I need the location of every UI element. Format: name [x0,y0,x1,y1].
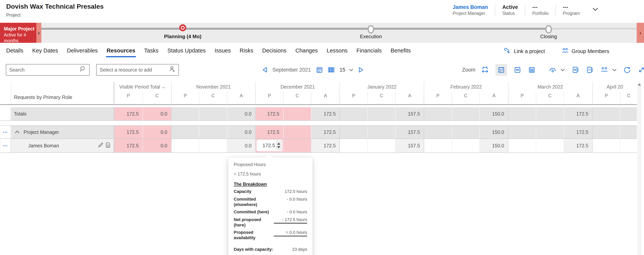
grid-cell[interactable] [199,139,227,152]
ellipsis-icon[interactable]: ⋯ [3,130,8,134]
prev-period-icon[interactable] [262,67,267,73]
add-page-icon[interactable] [572,66,579,74]
search-input[interactable]: Search [6,64,90,76]
column-bars-icon[interactable] [328,67,334,73]
grid-cell[interactable] [508,139,536,152]
stage-prev-chevron-icon[interactable]: ‹ [36,23,41,43]
grid-cell[interactable] [452,139,480,152]
period-label: September 2021 [272,67,311,73]
grid-cell [283,107,311,120]
grid-group-header: February 2022 [424,82,508,92]
stage-badge-subtitle: Active for 4 months [4,32,36,44]
ellipsis-icon[interactable]: ⋯ [3,144,8,148]
notes-icon[interactable] [106,142,110,149]
stage-next-chevron-icon[interactable]: › [637,23,644,43]
tab-deliverables[interactable]: Deliverables [67,47,98,57]
tab-financials[interactable]: Financials [356,47,382,57]
grid-subheader-c: C [142,92,171,103]
tab-tasks[interactable]: Tasks [144,47,158,57]
next-period-icon[interactable] [358,67,364,73]
meta-value[interactable]: James Boman [452,4,488,10]
tooltip-title: Proposed Hours [234,162,307,167]
grid-subheader-p: P [508,92,536,103]
tab-status-updates[interactable]: Status Updates [167,47,206,57]
grid-cell: 0.0 [142,107,171,120]
grid-cell[interactable] [340,139,368,152]
grid-first-column-header: Requests by Primary Role [11,82,114,103]
grid-cell[interactable] [424,139,452,152]
grid-cell[interactable] [620,139,637,152]
spinner-down-icon[interactable] [277,146,280,148]
hours-spinner[interactable] [276,140,282,150]
tab-details[interactable]: Details [6,47,23,57]
page-subtitle: Project [6,12,21,18]
row-handle [0,107,11,120]
grid-cell[interactable]: 0.0 [142,139,171,152]
tooltip-footer-value: 23 days [274,247,307,253]
tab-decisions[interactable]: Decisions [262,47,287,57]
stage-marker-planning[interactable] [179,24,186,31]
grid-subheader-c: C [368,92,395,103]
grid-cell[interactable]: 172.5 [255,139,283,152]
remove-page-icon[interactable] [586,66,594,74]
people-icon [561,47,569,55]
refresh-icon[interactable] [623,66,631,74]
stage-marker-dot [182,27,184,29]
tab-benefits[interactable]: Benefits [390,47,411,57]
tab-lessons[interactable]: Lessons [327,47,348,57]
tooltip-breakdown-title: The Breakdown [234,182,307,187]
tab-changes[interactable]: Changes [295,47,318,57]
meta-item-project-manager: James BomanProject Manager [452,4,495,16]
header-chevron-down-icon[interactable] [592,6,598,14]
grid-cell [536,107,564,120]
grid-cell[interactable]: 172.5 [114,139,142,152]
tooltip-row-label: Proposed availability [234,230,274,241]
stage-line-remaining [548,28,637,30]
stage-marker-closing[interactable] [545,25,552,33]
action-link-a-project[interactable]: Link a project [504,47,545,55]
period-count-chevron-icon[interactable] [349,67,354,72]
grid-cell[interactable] [536,139,564,152]
collapse-chevron-icon[interactable] [15,129,20,135]
app-window: Dovish Wax Technical Presales Project Ja… [0,0,644,255]
grid-cell[interactable] [171,139,199,152]
stage-marker-execution[interactable] [368,25,374,33]
day-view-icon[interactable] [528,66,536,74]
calendar-icon[interactable] [316,66,323,73]
group-by-icon[interactable] [600,66,609,74]
vertical-scrollbar[interactable] [638,82,641,255]
hours-input[interactable]: 172.5 [256,140,282,151]
zoom-fit-icon[interactable] [481,66,489,74]
grid-cell [592,107,620,120]
meta-item-status: ActiveStatus [495,4,525,16]
tab-resources[interactable]: Resources [107,47,135,57]
group-by-chevron-icon[interactable] [612,67,617,72]
stage-badge-title: Major Project [4,25,36,32]
period-navigation: September 2021 15 [262,64,364,76]
expand-view-icon[interactable] [638,66,644,74]
month-view-icon[interactable] [496,64,507,76]
edit-pencil-icon[interactable] [98,142,104,149]
grid-cell[interactable] [592,139,620,152]
grid-cell: 0.0 [227,126,255,139]
grid-cell [452,126,480,139]
spinner-up-icon[interactable] [277,143,280,145]
grid-cell[interactable] [283,139,311,152]
action-group-members[interactable]: Group Members [561,47,609,55]
tab-risks[interactable]: Risks [240,47,254,57]
grid-subheader-c: C [199,92,227,103]
tooltip-footer-label: Days with capacity: [234,247,273,252]
week-view-icon[interactable] [514,66,521,74]
grid-subheader-p: P [255,92,283,103]
tab-issues[interactable]: Issues [214,47,231,57]
highlight-icon[interactable] [548,66,557,74]
highlight-chevron-icon[interactable] [560,67,565,72]
grid-cell [620,126,637,139]
add-resource-input[interactable]: Select a resource to add [96,64,179,76]
grid-cell [452,107,480,120]
grid-cell: 150.0 [480,126,508,139]
tab-key-dates[interactable]: Key Dates [32,47,58,57]
grid-cell[interactable] [368,139,395,152]
scroll-up-icon[interactable] [638,83,641,86]
page-title: Dovish Wax Technical Presales [6,3,104,10]
